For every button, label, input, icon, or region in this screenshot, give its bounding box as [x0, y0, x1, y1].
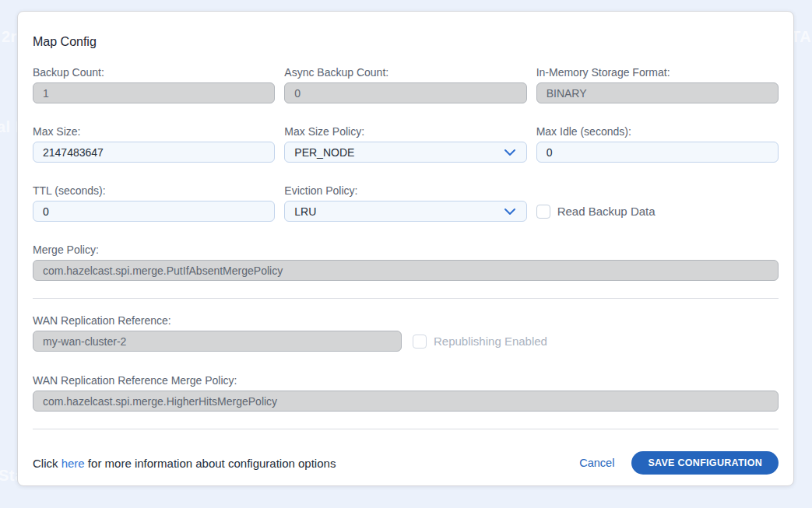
max-idle-input[interactable]	[536, 142, 779, 163]
read-backup-data-checkbox[interactable]	[536, 205, 550, 219]
read-backup-data-label: Read Backup Data	[557, 205, 656, 218]
eviction-policy-field-group: Eviction Policy: LRU	[284, 184, 526, 222]
wan-merge-policy-field-group: WAN Replication Reference Merge Policy:	[33, 373, 779, 412]
chevron-down-icon	[504, 149, 516, 156]
async-backup-count-input	[284, 82, 526, 103]
merge-policy-label: Merge Policy:	[33, 243, 779, 257]
backup-count-label: Backup Count:	[33, 65, 275, 79]
info-text: Click here for more information about co…	[33, 457, 336, 470]
in-memory-storage-format-field-group: In-Memory Storage Format:	[536, 65, 779, 103]
eviction-policy-label: Eviction Policy:	[284, 184, 526, 198]
ttl-input[interactable]	[33, 201, 275, 222]
save-configuration-button[interactable]: SAVE CONFIGURATION	[631, 451, 779, 475]
in-memory-storage-format-input	[536, 82, 779, 103]
merge-policy-field-group: Merge Policy:	[33, 243, 779, 281]
here-link[interactable]: here	[62, 457, 85, 470]
wan-replication-reference-field-group: WAN Replication Reference:	[33, 314, 402, 352]
ttl-label: TTL (seconds):	[33, 184, 275, 198]
max-size-policy-selected-value: PER_NODE	[294, 146, 354, 159]
eviction-policy-selected-value: LRU	[294, 205, 316, 218]
republishing-enabled-label: Republishing Enabled	[434, 335, 547, 348]
form-row-2: Max Size: Max Size Policy: PER_NODE Max …	[33, 124, 779, 163]
wan-replication-reference-label: WAN Replication Reference:	[33, 314, 402, 328]
max-size-label: Max Size:	[33, 124, 275, 138]
eviction-policy-select[interactable]: LRU	[284, 201, 526, 222]
map-config-dialog: Map Config Backup Count: Async Backup Co…	[17, 11, 794, 486]
republishing-enabled-field-group: Republishing Enabled	[413, 331, 547, 352]
wan-replication-reference-input	[33, 331, 402, 352]
chevron-down-icon	[504, 208, 516, 215]
read-backup-data-field-group: Read Backup Data	[536, 201, 779, 222]
merge-policy-input	[33, 260, 779, 281]
async-backup-count-label: Async Backup Count:	[284, 65, 526, 79]
max-idle-label: Max Idle (seconds):	[536, 124, 779, 138]
dialog-footer: Click here for more information about co…	[33, 451, 779, 475]
max-size-policy-field-group: Max Size Policy: PER_NODE	[284, 124, 526, 163]
wan-merge-policy-input	[33, 391, 779, 412]
max-size-policy-select[interactable]: PER_NODE	[284, 142, 526, 163]
info-text-prefix: Click	[33, 457, 62, 470]
wan-merge-policy-label: WAN Replication Reference Merge Policy:	[33, 373, 779, 387]
wan-replication-reference-row: WAN Replication Reference: Republishing …	[33, 314, 779, 352]
in-memory-storage-format-label: In-Memory Storage Format:	[536, 65, 779, 79]
dialog-title: Map Config	[33, 35, 779, 49]
backup-count-field-group: Backup Count:	[33, 65, 275, 103]
backup-count-input	[33, 82, 275, 103]
async-backup-count-field-group: Async Backup Count:	[284, 65, 526, 103]
form-row-1: Backup Count: Async Backup Count: In-Mem…	[33, 65, 779, 103]
ttl-field-group: TTL (seconds):	[33, 184, 275, 222]
max-idle-field-group: Max Idle (seconds):	[536, 124, 779, 163]
republishing-enabled-checkbox	[413, 335, 427, 349]
form-row-3: TTL (seconds): Eviction Policy: LRU Read…	[33, 184, 779, 222]
section-divider	[33, 298, 779, 299]
section-divider	[33, 429, 779, 429]
max-size-field-group: Max Size:	[33, 124, 275, 163]
cancel-button[interactable]: Cancel	[579, 457, 614, 469]
footer-actions: Cancel SAVE CONFIGURATION	[579, 451, 779, 475]
max-size-policy-label: Max Size Policy:	[284, 124, 526, 138]
info-text-suffix: for more information about configuration…	[85, 457, 336, 470]
max-size-input[interactable]	[33, 142, 275, 163]
